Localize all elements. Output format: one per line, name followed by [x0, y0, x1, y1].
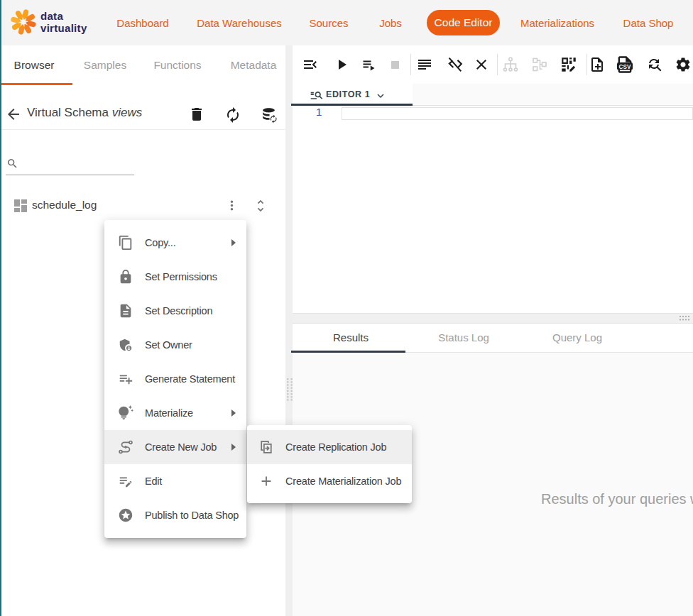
svg-text:CSV: CSV: [619, 64, 631, 70]
